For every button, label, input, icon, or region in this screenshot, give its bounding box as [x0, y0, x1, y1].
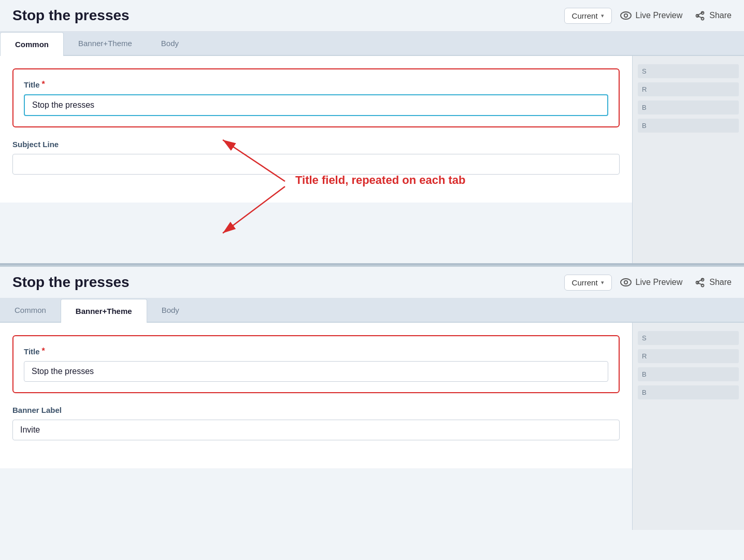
share-label: Share — [709, 11, 732, 20]
bottom-right-col-item-b2: B — [638, 385, 739, 399]
top-panel: Stop the presses Current ▾ Live Preview — [0, 0, 744, 263]
live-preview-label: Live Preview — [636, 11, 683, 20]
right-col-item-b2: B — [638, 119, 739, 133]
bottom-live-preview-label: Live Preview — [636, 278, 683, 287]
top-inner-wrap: Title * Subject Line S R B — [0, 56, 744, 263]
share-button[interactable]: Share — [695, 10, 732, 21]
svg-point-7 — [624, 281, 627, 284]
title-field-group-top: Title * — [12, 68, 620, 127]
top-right-col: S R B B — [632, 56, 744, 263]
svg-point-0 — [621, 12, 631, 19]
required-star-bottom: * — [42, 347, 45, 356]
right-col-item-r: R — [638, 82, 739, 96]
top-main-content: Title * Subject Line — [0, 56, 632, 263]
subject-line-label: Subject Line — [12, 140, 620, 149]
header-actions: Live Preview Share — [620, 10, 732, 21]
bottom-eye-icon — [620, 278, 632, 286]
bottom-tabs-bar: Common Banner+Theme Body — [0, 298, 744, 323]
bottom-live-preview-button[interactable]: Live Preview — [620, 278, 683, 287]
banner-label-group: Banner Label — [12, 406, 620, 440]
top-header: Stop the presses Current ▾ Live Preview — [0, 0, 744, 32]
title-label-bottom: Title * — [24, 347, 608, 356]
title-field-group-bottom: Title * — [12, 335, 620, 393]
banner-label-label: Banner Label — [12, 406, 620, 414]
right-col-item-b1: B — [638, 100, 739, 114]
bottom-right-col-item-r: R — [638, 349, 739, 363]
bottom-header-actions: Live Preview Share — [620, 277, 732, 288]
live-preview-button[interactable]: Live Preview — [620, 11, 683, 20]
bottom-chevron-down-icon: ▾ — [601, 279, 604, 286]
page-wrapper: Stop the presses Current ▾ Live Preview — [0, 0, 744, 530]
share-icon — [695, 10, 705, 21]
bottom-share-button[interactable]: Share — [695, 277, 732, 288]
title-input-top[interactable] — [24, 94, 608, 116]
bottom-main-content: Title * Banner Label — [0, 323, 632, 530]
bottom-page-title: Stop the presses — [12, 274, 556, 291]
svg-point-1 — [624, 14, 627, 17]
chevron-down-icon: ▾ — [601, 12, 604, 19]
title-input-bottom[interactable] — [24, 361, 608, 382]
bottom-white-panel: Title * Banner Label — [0, 323, 632, 468]
title-label-top: Title * — [24, 80, 608, 89]
version-dropdown[interactable]: Current ▾ — [564, 8, 612, 24]
bottom-share-label: Share — [709, 278, 732, 287]
tab-banner-theme-bottom[interactable]: Banner+Theme — [61, 299, 147, 323]
tab-common-top[interactable]: Common — [0, 32, 64, 56]
svg-point-6 — [621, 279, 631, 286]
version-label: Current — [572, 11, 598, 20]
banner-label-input[interactable] — [12, 420, 620, 440]
bottom-inner-wrap: Title * Banner Label S R B — [0, 323, 744, 530]
bottom-right-col-item-s: S — [638, 331, 739, 345]
bottom-right-col-item-b1: B — [638, 367, 739, 381]
tab-banner-theme-top[interactable]: Banner+Theme — [64, 32, 147, 55]
tab-common-bottom[interactable]: Common — [0, 298, 61, 322]
bottom-version-dropdown[interactable]: Current ▾ — [564, 275, 612, 291]
right-col-item-s: S — [638, 64, 739, 78]
top-tabs-bar: Common Banner+Theme Body — [0, 32, 744, 56]
subject-line-input[interactable] — [12, 154, 620, 175]
eye-icon — [620, 11, 632, 20]
top-white-panel: Title * Subject Line — [0, 56, 632, 203]
required-star-top: * — [42, 80, 45, 89]
bottom-version-label: Current — [572, 278, 598, 287]
bottom-panel: Stop the presses Current ▾ Live Preview — [0, 265, 744, 530]
page-title: Stop the presses — [12, 7, 556, 24]
subject-line-group: Subject Line — [12, 140, 620, 175]
bottom-right-col: S R B B — [632, 323, 744, 530]
bottom-share-icon — [695, 277, 705, 288]
bottom-header: Stop the presses Current ▾ Live Preview — [0, 267, 744, 298]
tab-body-top[interactable]: Body — [147, 32, 193, 55]
tab-body-bottom[interactable]: Body — [147, 298, 194, 322]
